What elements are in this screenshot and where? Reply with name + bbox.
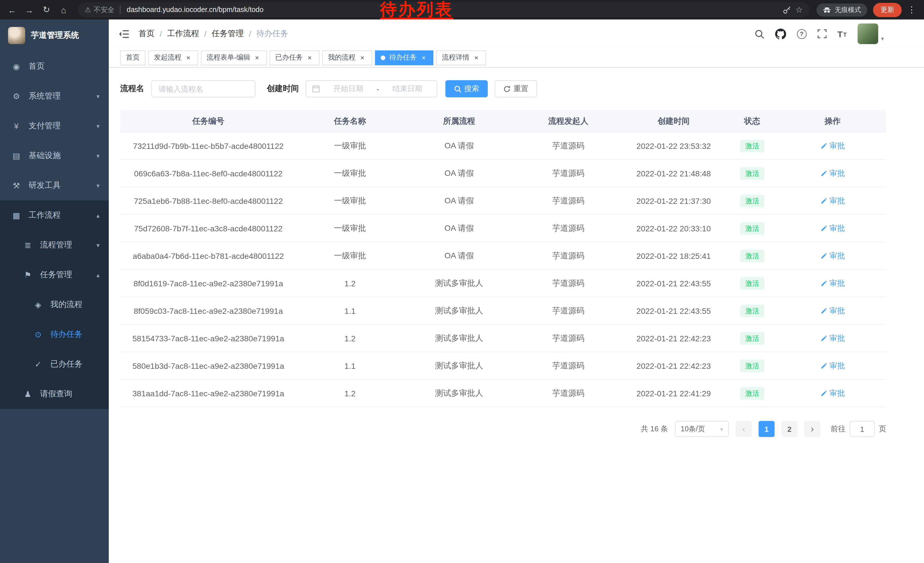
reset-button[interactable]: 重置 (495, 80, 537, 98)
sidebar-toggle-icon[interactable] (117, 27, 130, 40)
search-icon[interactable] (754, 29, 764, 39)
task-action-cell: 审批 (779, 352, 886, 380)
breadcrumb-item[interactable]: 任务管理 (212, 29, 244, 39)
breadcrumb-separator: / (249, 29, 251, 38)
home-button[interactable]: ⌂ (56, 2, 71, 17)
goto-page-input[interactable] (850, 421, 875, 437)
fullscreen-icon[interactable] (817, 29, 826, 38)
task-action-cell: 审批 (779, 132, 886, 159)
tab-label: 流程表单-编辑 (207, 53, 250, 62)
task-action-cell: 审批 (779, 269, 886, 297)
task-created-cell: 2022-01-22 20:33:10 (622, 215, 725, 242)
breadcrumb-item[interactable]: 工作流程 (167, 29, 199, 39)
user-menu[interactable]: ▾ (858, 24, 884, 44)
range-separator: - (377, 84, 379, 93)
logo[interactable]: 芋道管理系统 (0, 20, 109, 51)
task-created-cell: 2022-01-21 22:42:23 (622, 324, 725, 352)
approve-button[interactable]: 审批 (820, 306, 845, 316)
address-bar[interactable]: ⚠ 不安全 │ dashboard.yudao.iocoder.cn/bpm/t… (78, 2, 810, 17)
page-size-select[interactable]: 10条/页 ▾ (675, 421, 729, 437)
tab-label: 流程详情 (442, 53, 470, 62)
approve-button[interactable]: 审批 (820, 141, 845, 151)
sidebar-item-workflow[interactable]: ▦ 工作流程 ▴ (0, 200, 109, 230)
tab-done-task[interactable]: 已办任务 × (270, 50, 320, 65)
process-name-input[interactable] (151, 80, 255, 98)
sidebar-item-home[interactable]: ◉ 首页 (0, 51, 109, 81)
tab-form-edit[interactable]: 流程表单-编辑 × (201, 50, 267, 65)
sidebar-item-process-management[interactable]: ≣ 流程管理 ▾ (0, 230, 109, 260)
sidebar-item-my-process[interactable]: ◈ 我的流程 (0, 290, 109, 320)
tab-close-icon[interactable]: × (253, 54, 261, 62)
tab-process-detail[interactable]: 流程详情 × (436, 50, 486, 65)
table-header-row: 任务编号 任务名称 所属流程 流程发起人 创建时间 状态 (120, 110, 886, 132)
sidebar-item-label: 首页 (28, 61, 45, 72)
task-name-cell: 一级审批 (296, 187, 404, 215)
prev-page-button[interactable]: ‹ (736, 421, 752, 437)
table-row: 8f0d1619-7ac8-11ec-a9e2-a2380e71991a 1.2… (120, 269, 886, 297)
approve-button[interactable]: 审批 (820, 333, 845, 343)
task-initiator-cell: 芋道源码 (514, 324, 622, 352)
task-action-cell: 审批 (779, 297, 886, 324)
page-number-button[interactable]: 1 (759, 421, 775, 437)
sidebar-item-infrastructure[interactable]: ▤ 基础设施 ▾ (0, 141, 109, 171)
approve-button[interactable]: 审批 (820, 251, 845, 261)
update-button[interactable]: 更新 (873, 3, 902, 17)
table-column-header: 创建时间 (622, 110, 725, 132)
password-key-icon[interactable] (783, 6, 792, 14)
tab-close-icon[interactable]: × (306, 54, 314, 62)
page-number-button[interactable]: 2 (782, 421, 798, 437)
approve-button[interactable]: 审批 (820, 195, 845, 206)
infrastructure-icon: ▤ (12, 151, 21, 161)
sidebar-item-done-task[interactable]: ✓ 已办任务 (0, 349, 109, 379)
task-name-cell: 1.2 (296, 380, 404, 407)
date-range-picker[interactable]: 开始日期 - 结束日期 (306, 80, 437, 98)
forward-button[interactable]: → (22, 2, 37, 17)
task-status-cell: 激活 (725, 132, 779, 159)
approve-button[interactable]: 审批 (820, 223, 845, 233)
security-warning[interactable]: ⚠ 不安全 (85, 5, 114, 15)
task-process-cell: OA 请假 (404, 242, 514, 269)
tab-close-icon[interactable]: × (472, 54, 480, 62)
bookmark-star-icon[interactable]: ☆ (795, 5, 802, 14)
approve-button[interactable]: 审批 (820, 360, 845, 371)
user-avatar[interactable] (858, 24, 878, 44)
tab-todo-task[interactable]: 待办任务 × (375, 50, 434, 65)
tab-initiate-process[interactable]: 发起流程 × (148, 50, 198, 65)
next-page-button[interactable]: › (804, 421, 820, 437)
task-initiator-cell: 芋道源码 (514, 269, 622, 297)
breadcrumb-separator: / (160, 29, 162, 38)
browser-menu-icon[interactable]: ⋮ (904, 5, 920, 15)
sidebar-item-system[interactable]: ⚙ 系统管理 ▾ (0, 81, 109, 111)
sidebar-item-leave-query[interactable]: ♟ 请假查询 (0, 379, 109, 409)
task-initiator-cell: 芋道源码 (514, 242, 622, 269)
help-icon[interactable]: ? (796, 29, 806, 39)
task-action-cell: 审批 (779, 159, 886, 187)
tab-close-icon[interactable]: × (420, 54, 428, 62)
tab-label: 已办任务 (275, 53, 303, 62)
sidebar-item-task-management[interactable]: ⚑ 任务管理 ▴ (0, 260, 109, 290)
tab-label: 待办任务 (389, 53, 417, 62)
page-content: 流程名 创建时间 开始日期 - 结束日期 (109, 68, 924, 563)
back-button[interactable]: ← (4, 2, 20, 17)
breadcrumb-item[interactable]: 首页 (138, 29, 154, 39)
breadcrumb-item[interactable]: 待办任务 (256, 29, 288, 39)
tab-close-icon[interactable]: × (184, 54, 192, 62)
breadcrumb-separator: / (204, 29, 207, 38)
task-created-cell: 2022-01-22 21:48:48 (622, 159, 725, 187)
sidebar-item-devtools[interactable]: ⚒ 研发工具 ▾ (0, 171, 109, 200)
search-button[interactable]: 搜索 (446, 80, 488, 98)
font-size-icon[interactable]: TT (837, 30, 847, 38)
task-id-cell: 580e1b3d-7ac8-11ec-a9e2-a2380e71991a (120, 352, 296, 380)
tab-home[interactable]: 首页 (120, 50, 146, 65)
approve-button[interactable]: 审批 (820, 388, 845, 398)
sidebar-item-payment[interactable]: ¥ 支付管理 ▾ (0, 111, 109, 141)
tab-close-icon[interactable]: × (358, 54, 366, 62)
github-icon[interactable] (775, 29, 786, 39)
tab-my-process[interactable]: 我的流程 × (322, 50, 372, 65)
approve-button[interactable]: 审批 (820, 168, 845, 179)
status-badge: 激活 (740, 359, 764, 372)
task-process-cell: 测试多审批人 (404, 269, 514, 297)
sidebar-item-todo-task[interactable]: ⊙ 待办任务 (0, 320, 109, 349)
approve-button[interactable]: 审批 (820, 278, 845, 288)
reload-button[interactable]: ↻ (39, 2, 54, 17)
